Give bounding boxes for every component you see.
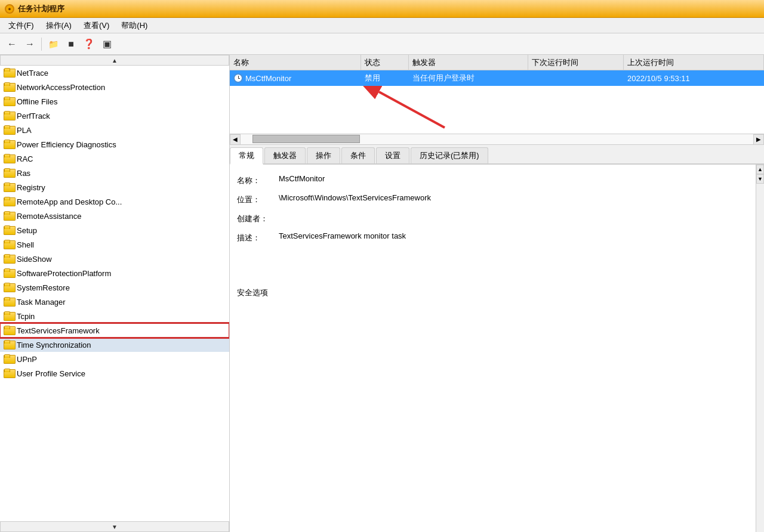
sidebar-item-perftrack[interactable]: PerfTrack	[0, 109, 229, 123]
arrow-space	[230, 86, 764, 134]
sidebar-item-networkaccessprotection[interactable]: NetworkAccessProtection	[0, 80, 229, 94]
task-cell-trigger: 当任何用户登录时	[409, 70, 528, 86]
task-cell-last: 2022/10/5 9:53:11	[624, 70, 764, 86]
tab-conditions[interactable]: 条件	[341, 147, 375, 163]
sidebar-item-label: Task Manager	[17, 298, 66, 307]
scroll-arrow-down[interactable]: ▼	[0, 521, 229, 532]
sidebar-item-userprofileservice[interactable]: User Profile Service	[0, 366, 229, 381]
folder-icon	[4, 268, 14, 278]
sidebar-item-offlinefiles[interactable]: Offline Files	[0, 94, 229, 109]
folder-icon	[4, 82, 14, 92]
detail-scroll-down[interactable]: ▼	[756, 174, 764, 184]
folder-icon	[4, 326, 14, 335]
col-header-trigger[interactable]: 触发器	[409, 55, 528, 70]
scroll-arrow-up[interactable]: ▲	[0, 55, 229, 66]
folder-icon	[4, 240, 14, 249]
sidebar-item-rac[interactable]: RAC	[0, 151, 229, 166]
folder-button[interactable]: 📁	[45, 36, 61, 52]
sidebar-item-label: NetworkAccessProtection	[17, 83, 105, 92]
sidebar-item-label: Tcpin	[17, 312, 35, 321]
sidebar-item-label: Power Efficiency Diagnostics	[17, 140, 116, 149]
sidebar-item-sideshow[interactable]: SideShow	[0, 252, 229, 266]
detail-content: 名称： MsCtfMonitor 位置： \Microsoft\Windows\…	[230, 165, 764, 532]
toolbar: ← → 📁 ■ ❓ ▣	[0, 33, 764, 55]
h-scroll-right[interactable]: ▶	[753, 134, 764, 145]
folder-icon	[4, 211, 14, 221]
folder-icon	[4, 369, 14, 378]
tab-settings[interactable]: 设置	[376, 147, 409, 163]
task-row[interactable]: MsCtfMonitor 禁用 当任何用户登录时 2022/10/5 9:53:…	[230, 70, 764, 86]
field-row-security: 安全选项	[230, 283, 756, 302]
sidebar-item-systemrestore[interactable]: SystemRestore	[0, 280, 229, 295]
sidebar-item-textservicesframework[interactable]: TextServicesFramework	[0, 323, 229, 338]
title-bar: ● 任务计划程序	[0, 0, 764, 18]
tab-triggers[interactable]: 触发器	[264, 147, 306, 163]
folder-icon	[4, 68, 14, 78]
export-button[interactable]: ▣	[98, 36, 115, 52]
sidebar-scroll[interactable]: NetTrace NetworkAccessProtection Offline…	[0, 66, 229, 521]
field-label-creator: 创建者：	[237, 212, 279, 224]
tab-general[interactable]: 常规	[230, 147, 263, 165]
menu-help[interactable]: 帮助(H)	[115, 18, 153, 33]
folder-icon	[4, 125, 14, 135]
sidebar-item-label: Setup	[17, 226, 37, 235]
sidebar-item-shell[interactable]: Shell	[0, 237, 229, 252]
detail-scroll-up[interactable]: ▲	[756, 165, 764, 174]
field-row-desc: 描述： TextServicesFramework monitor task	[230, 228, 756, 283]
sidebar-item-pla[interactable]: PLA	[0, 123, 229, 137]
field-row-creator: 创建者：	[230, 209, 756, 228]
task-list: 名称 状态 触发器 下次运行时间 上次运行时间 MsCtfMonitor 禁用 …	[230, 55, 764, 145]
sidebar-item-label: SideShow	[17, 255, 52, 264]
sidebar-item-label: PLA	[17, 126, 32, 135]
refresh-button[interactable]: ■	[63, 36, 79, 52]
menu-file[interactable]: 文件(F)	[2, 18, 40, 33]
col-header-next[interactable]: 下次运行时间	[528, 55, 624, 70]
sidebar-item-tcpin[interactable]: Tcpin	[0, 309, 229, 323]
sidebar-item-label: RemoteAssistance	[17, 212, 81, 221]
menu-view[interactable]: 查看(V)	[78, 18, 115, 33]
annotation-arrow	[349, 86, 469, 134]
sidebar-item-taskmanager[interactable]: Task Manager	[0, 295, 229, 309]
field-label-security: 安全选项	[237, 286, 268, 298]
window-title: 任务计划程序	[18, 4, 64, 14]
h-scrollbar[interactable]: ◀ ▶	[230, 134, 764, 144]
col-header-last[interactable]: 上次运行时间	[624, 55, 764, 70]
sidebar-item-label: UPnP	[17, 355, 37, 364]
sidebar-item-label: Ras	[17, 169, 30, 178]
folder-icon	[4, 297, 14, 307]
sidebar-item-label: Registry	[17, 183, 45, 192]
sidebar-item-setup[interactable]: Setup	[0, 223, 229, 237]
folder-icon	[4, 354, 14, 364]
sidebar-item-ras[interactable]: Ras	[0, 166, 229, 180]
back-button[interactable]: ←	[4, 36, 20, 52]
folder-icon	[4, 225, 14, 235]
sidebar-item-remoteapp[interactable]: RemoteApp and Desktop Co...	[0, 194, 229, 209]
sidebar-item-nettrace[interactable]: NetTrace	[0, 66, 229, 80]
h-scroll-left[interactable]: ◀	[230, 134, 241, 145]
detail-scrollbar[interactable]: ▲ ▼	[756, 165, 764, 532]
sidebar-item-registry[interactable]: Registry	[0, 180, 229, 194]
sidebar-item-label: SoftwareProtectionPlatform	[17, 269, 111, 278]
sidebar-item-remoteassistance[interactable]: RemoteAssistance	[0, 209, 229, 223]
menu-action[interactable]: 操作(A)	[40, 18, 78, 33]
help-button[interactable]: ❓	[81, 36, 97, 52]
sidebar-item-label: Offline Files	[17, 97, 57, 106]
task-list-header: 名称 状态 触发器 下次运行时间 上次运行时间	[230, 55, 764, 70]
sidebar-item-upnp[interactable]: UPnP	[0, 352, 229, 366]
task-cell-next	[528, 70, 624, 86]
field-row-name: 名称： MsCtfMonitor	[230, 171, 756, 190]
h-scroll-thumb[interactable]	[252, 135, 360, 143]
toolbar-separator-1	[41, 38, 42, 51]
col-header-name[interactable]: 名称	[230, 55, 361, 70]
field-label-desc: 描述：	[237, 231, 279, 243]
sidebar-item-timesync[interactable]: Time Synchronization	[0, 338, 229, 352]
col-header-status[interactable]: 状态	[361, 55, 409, 70]
sidebar-item-powerefficiency[interactable]: Power Efficiency Diagnostics	[0, 137, 229, 151]
sidebar-item-softwareprotection[interactable]: SoftwareProtectionPlatform	[0, 266, 229, 280]
tab-actions[interactable]: 操作	[307, 147, 340, 163]
tab-history[interactable]: 历史记录(已禁用)	[411, 147, 488, 163]
h-scroll-track[interactable]	[241, 134, 753, 144]
forward-button[interactable]: →	[21, 36, 38, 52]
sidebar-item-label: Time Synchronization	[17, 341, 91, 349]
field-value-desc: TextServicesFramework monitor task	[279, 231, 748, 279]
